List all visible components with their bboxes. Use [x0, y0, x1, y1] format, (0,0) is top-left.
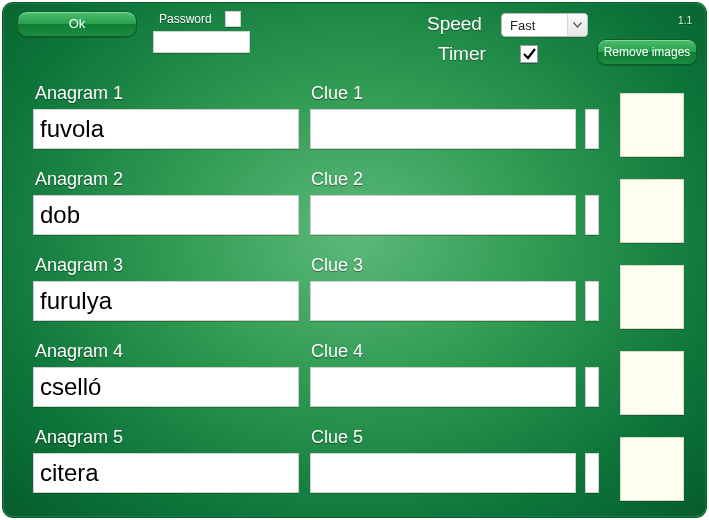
anagram-label: Anagram 2 — [35, 169, 123, 190]
image-slot[interactable] — [620, 265, 684, 329]
speed-label: Speed — [427, 13, 482, 35]
timer-label: Timer — [438, 43, 486, 65]
row: Anagram 2Clue 2 — [3, 165, 706, 251]
remove-images-button[interactable]: Remove images — [597, 39, 697, 65]
color-swatch-button[interactable] — [585, 109, 599, 149]
clue-label: Clue 3 — [311, 255, 363, 276]
row: Anagram 4Clue 4 — [3, 337, 706, 423]
rows-container: Anagram 1Clue 1Anagram 2Clue 2Anagram 3C… — [3, 79, 706, 509]
password-label: Password — [159, 12, 212, 26]
anagram-label: Anagram 4 — [35, 341, 123, 362]
anagram-input[interactable] — [33, 367, 299, 407]
row: Anagram 5Clue 5 — [3, 423, 706, 509]
anagram-input[interactable] — [33, 281, 299, 321]
speed-value: Fast — [502, 18, 567, 33]
anagram-input[interactable] — [33, 453, 299, 493]
speed-select[interactable]: Fast — [501, 13, 588, 37]
anagram-label: Anagram 3 — [35, 255, 123, 276]
version-label: 1.1 — [678, 15, 692, 26]
clue-label: Clue 1 — [311, 83, 363, 104]
chevron-down-icon — [567, 14, 587, 36]
clue-label: Clue 4 — [311, 341, 363, 362]
clue-label: Clue 2 — [311, 169, 363, 190]
clue-input[interactable] — [310, 195, 576, 235]
anagram-label: Anagram 1 — [35, 83, 123, 104]
row: Anagram 3Clue 3 — [3, 251, 706, 337]
password-input[interactable] — [153, 31, 250, 53]
color-swatch-button[interactable] — [585, 367, 599, 407]
clue-input[interactable] — [310, 109, 576, 149]
clue-input[interactable] — [310, 367, 576, 407]
color-swatch-button[interactable] — [585, 195, 599, 235]
row: Anagram 1Clue 1 — [3, 79, 706, 165]
color-swatch-button[interactable] — [585, 453, 599, 493]
color-swatch-button[interactable] — [585, 281, 599, 321]
image-slot[interactable] — [620, 93, 684, 157]
anagram-input[interactable] — [33, 195, 299, 235]
image-slot[interactable] — [620, 179, 684, 243]
clue-input[interactable] — [310, 281, 576, 321]
anagram-label: Anagram 5 — [35, 427, 123, 448]
app-panel: Ok Password Speed Fast 1.1 Timer Remove … — [3, 3, 706, 517]
anagram-input[interactable] — [33, 109, 299, 149]
ok-button[interactable]: Ok — [17, 11, 137, 37]
check-icon — [522, 47, 536, 61]
clue-input[interactable] — [310, 453, 576, 493]
image-slot[interactable] — [620, 437, 684, 501]
clue-label: Clue 5 — [311, 427, 363, 448]
image-slot[interactable] — [620, 351, 684, 415]
timer-checkbox[interactable] — [520, 45, 538, 63]
password-checkbox[interactable] — [225, 11, 241, 27]
